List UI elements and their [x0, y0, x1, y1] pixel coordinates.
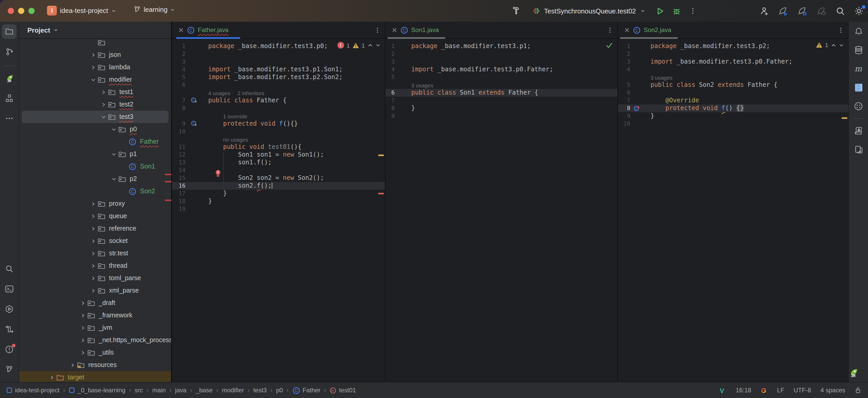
lock-icon[interactable] — [855, 387, 862, 394]
tab-Father.java[interactable]: ✕CFather.java — [178, 26, 228, 34]
tree-item-thread[interactable]: thread — [19, 259, 171, 272]
debug-button[interactable] — [672, 6, 681, 15]
project-widget[interactable]: I idea-test-project — [47, 6, 116, 16]
code-line[interactable]: 10 — [172, 128, 385, 135]
error-stripe-mark[interactable] — [842, 117, 847, 119]
code-line[interactable]: 9} — [618, 112, 848, 120]
implementations-gutter-icon[interactable]: C — [191, 120, 197, 127]
tree-item-str.test[interactable]: str.test — [19, 247, 171, 259]
code-line[interactable]: 6 — [172, 81, 385, 89]
caret-position[interactable]: 16:18 — [736, 387, 751, 394]
code-line[interactable]: 7Cpublic class Father { — [172, 97, 385, 104]
chevron-right-icon[interactable] — [89, 239, 97, 243]
services-icon[interactable] — [2, 302, 17, 316]
tree-item-socket[interactable]: socket — [19, 235, 171, 247]
tree-item-Son2[interactable]: CSon2 — [19, 185, 171, 197]
breadcrumb-item[interactable]: CFather — [292, 386, 320, 394]
code-line[interactable]: 19 — [172, 205, 385, 213]
zoom-window-icon[interactable] — [28, 8, 35, 14]
tree-item-_utils[interactable]: _utils — [19, 346, 171, 359]
code-line[interactable]: 5public class Son2 extends Father { — [618, 81, 848, 89]
tree-item-test3[interactable]: test3 — [22, 111, 168, 123]
tree-item-proxy[interactable]: proxy — [19, 197, 171, 210]
code-line[interactable]: 14 — [172, 166, 385, 174]
error-stripe-mark[interactable] — [378, 155, 384, 156]
chevron-right-icon[interactable] — [79, 338, 87, 342]
chevron-right-icon[interactable] — [89, 201, 97, 206]
chevron-down-icon[interactable] — [110, 152, 118, 156]
breadcrumb-item[interactable]: src — [135, 387, 143, 394]
tree-item-xml_parse[interactable]: xml_parse — [19, 284, 171, 297]
tree-item-lambda[interactable]: lambda — [19, 61, 171, 73]
code-line[interactable]: 5import _base.modifier.test3.p2.Son2; — [172, 73, 385, 81]
chevron-right-icon[interactable] — [89, 263, 97, 268]
next-problem-chevron-icon[interactable] — [376, 43, 380, 48]
bell-icon[interactable] — [851, 24, 866, 39]
close-icon[interactable]: ✕ — [392, 27, 397, 33]
code-line[interactable]: 6 — [618, 89, 848, 97]
problems-icon[interactable] — [2, 342, 17, 357]
code-line[interactable]: 3 — [172, 58, 385, 66]
tree-item-p1[interactable]: p1 — [19, 148, 171, 160]
chevron-right-icon[interactable] — [79, 313, 87, 317]
code-line[interactable]: 17 } — [172, 190, 385, 197]
code-line[interactable]: 5 — [385, 73, 617, 81]
usages-inlay-hint[interactable]: 4 usages2 inheritors — [208, 89, 264, 97]
breadcrumb-item[interactable]: modifier — [222, 387, 244, 394]
endpoints-icon[interactable] — [2, 322, 17, 336]
minimize-window-icon[interactable] — [18, 8, 24, 14]
code-line[interactable]: 7 @Override — [618, 97, 848, 104]
tree-item-_jvm[interactable]: _jvm — [19, 322, 171, 334]
tree-item-test1[interactable]: test1 — [19, 86, 171, 98]
error-intention-bulb-icon[interactable]: ! — [215, 170, 221, 177]
settings-icon[interactable] — [854, 6, 864, 16]
terminal-icon[interactable] — [2, 282, 17, 296]
code-line[interactable]: 11 public void test01(){ — [172, 143, 385, 151]
chevron-right-icon[interactable] — [79, 350, 87, 355]
commit-icon[interactable] — [2, 44, 17, 59]
tree-row-partial[interactable] — [19, 39, 171, 49]
code-line[interactable]: 1package _base.modifier.test3.p2; — [618, 42, 848, 50]
chevron-right-icon[interactable] — [79, 326, 87, 330]
project-name[interactable]: idea-test-project — [60, 7, 108, 14]
tree-item-Son1[interactable]: CSon1 — [19, 160, 171, 173]
chevron-right-icon[interactable] — [99, 90, 107, 94]
error-stripe-mark[interactable] — [378, 193, 384, 194]
editor-content[interactable]: 1package _base.modifier.test3.p2;23impor… — [618, 39, 848, 382]
breadcrumb-item[interactable]: mtest01 — [330, 387, 356, 394]
code-line[interactable]: 15 Son2 son2 = new Son2(); — [172, 174, 385, 182]
profiler-debug-icon[interactable] — [797, 6, 808, 16]
profiler-cloud-icon[interactable] — [816, 6, 827, 16]
code-line[interactable]: 9C protected void f(){} — [172, 120, 385, 128]
ai-icon[interactable] — [851, 99, 866, 113]
code-line[interactable]: 13 son1.f(); — [172, 159, 385, 166]
search-icon[interactable] — [2, 262, 17, 276]
jrebel-icon[interactable]: JR — [2, 71, 17, 85]
usages-inlay-hint[interactable]: 3 usages — [650, 74, 673, 82]
chevron-right-icon[interactable] — [79, 301, 87, 305]
tree-item-_framework[interactable]: _framework — [19, 309, 171, 322]
indent-style[interactable]: 4 spaces — [820, 387, 845, 394]
code-line[interactable]: 2 — [172, 50, 385, 58]
tree-item-toml_parse[interactable]: toml_parse — [19, 272, 171, 284]
chevron-right-icon[interactable] — [99, 102, 107, 107]
breadcrumb-item[interactable]: _base — [196, 387, 213, 394]
code-line[interactable]: 7 — [385, 97, 617, 104]
tree-item-p0[interactable]: p0 — [19, 123, 171, 135]
vcs-branch-widget[interactable]: learning — [133, 6, 176, 13]
close-window-icon[interactable] — [8, 8, 14, 14]
inspections-widget[interactable] — [606, 42, 613, 49]
breadcrumb-item[interactable]: main — [152, 387, 166, 394]
code-line[interactable]: 3import _base.modifier.test3.p0.Father; — [618, 58, 848, 66]
plugin-blue-icon[interactable]: 10011011011101001011 — [851, 80, 866, 95]
tab-options-kebab-icon[interactable] — [374, 27, 381, 33]
tree-item-modifier[interactable]: modifier — [19, 73, 171, 86]
tab-options-kebab-icon[interactable] — [607, 27, 613, 33]
chevron-right-icon[interactable] — [89, 65, 97, 69]
file-encoding[interactable]: UTF-8 — [794, 387, 811, 394]
breadcrumb-item[interactable]: java — [175, 387, 187, 394]
window-controls[interactable] — [8, 8, 35, 14]
project-panel-header[interactable]: Project — [19, 22, 171, 39]
chevron-down-icon[interactable] — [89, 77, 97, 82]
tree-item-test2[interactable]: test2 — [19, 98, 171, 111]
